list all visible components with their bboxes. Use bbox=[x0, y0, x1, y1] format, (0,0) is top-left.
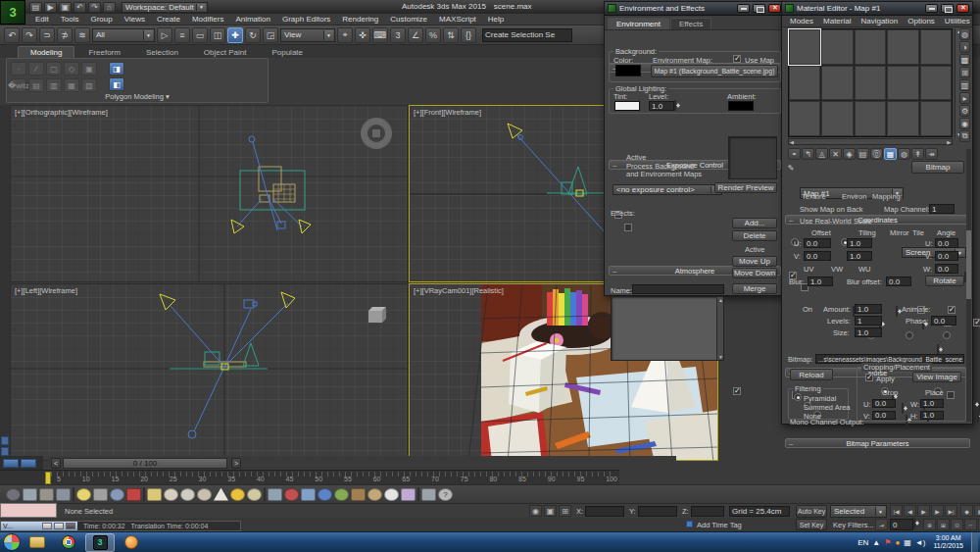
isolate-selection-icon[interactable]: ◉ bbox=[529, 505, 542, 517]
go-to-parent-icon[interactable]: ↟ bbox=[911, 148, 924, 160]
auto-key-button[interactable]: Auto Key bbox=[796, 505, 827, 518]
material-id-icon[interactable]: ⓪ bbox=[870, 148, 883, 160]
zoom-icon[interactable]: ⊕ bbox=[923, 519, 936, 530]
shelf-shell-icon[interactable] bbox=[368, 488, 382, 501]
keying-mode-icon[interactable]: ▦ bbox=[974, 505, 980, 517]
viewport-orthographic[interactable]: [+][Orthographic][Wireframe] bbox=[10, 105, 408, 282]
angle-snap-icon[interactable]: ∠ bbox=[408, 27, 423, 43]
key-selection-dropdown[interactable]: Selected bbox=[830, 505, 887, 518]
taskbar-explorer-button[interactable] bbox=[23, 533, 52, 552]
reference-coordinate-dropdown[interactable]: View bbox=[280, 28, 335, 42]
tray-expand-icon[interactable]: ▲ bbox=[872, 538, 880, 547]
selection-filter-dropdown[interactable]: All bbox=[92, 28, 155, 42]
ribbon-tab[interactable]: Selection bbox=[134, 47, 190, 58]
slots-horizontal-scrollbar[interactable] bbox=[788, 138, 953, 145]
sample-slot[interactable] bbox=[821, 29, 853, 65]
reset-map-icon[interactable]: ✕ bbox=[829, 148, 842, 160]
crop-u-field[interactable]: 0.0 bbox=[872, 399, 896, 408]
viewport-label-left[interactable]: [+][Left][Wireframe] bbox=[15, 286, 77, 295]
frame-marker[interactable] bbox=[45, 472, 51, 484]
time-slider-value[interactable]: 0 / 100 bbox=[63, 458, 227, 469]
redo-dropdown-icon[interactable]: ↷ bbox=[88, 2, 101, 13]
wu-radio[interactable] bbox=[943, 331, 951, 339]
workspace-dropdown[interactable]: Workspace: Default bbox=[122, 2, 208, 13]
toggle-scene-explorer-icon[interactable]: ◧ bbox=[109, 77, 124, 91]
show-desktop-button[interactable] bbox=[971, 532, 978, 552]
next-frame-arrow[interactable]: > bbox=[231, 458, 241, 469]
reload-button[interactable]: Reload bbox=[790, 369, 833, 380]
shelf-dome-icon[interactable] bbox=[164, 488, 178, 501]
sample-slot[interactable] bbox=[855, 29, 886, 65]
modify-mode-icon[interactable]: ▤ bbox=[28, 78, 44, 92]
select-and-move-icon[interactable]: ✚ bbox=[227, 27, 243, 43]
sample-slot[interactable] bbox=[789, 101, 820, 136]
toggle-command-panel-icon[interactable]: ◨ bbox=[109, 62, 124, 75]
background-icon[interactable]: ▩ bbox=[959, 54, 970, 66]
level-field[interactable]: 1.0 bbox=[649, 101, 674, 111]
apply-checkbox[interactable] bbox=[865, 374, 873, 381]
go-to-end-icon[interactable]: ▶| bbox=[945, 505, 957, 517]
sample-type-icon[interactable]: ◍ bbox=[959, 28, 970, 40]
rectangular-region-icon[interactable]: ▭ bbox=[192, 27, 208, 43]
shelf-white-sphere-icon[interactable] bbox=[384, 488, 399, 501]
save-file-icon[interactable]: ▣ bbox=[59, 2, 72, 13]
sample-tiling-icon[interactable]: ⊞ bbox=[959, 67, 970, 78]
sample-slot[interactable] bbox=[821, 66, 853, 101]
pick-material-eyedropper-icon[interactable]: ✎ bbox=[786, 162, 796, 174]
sample-slot[interactable] bbox=[887, 66, 918, 101]
vertex-mode-icon[interactable]: ⋅ bbox=[11, 62, 26, 75]
delete-effect-button[interactable]: Delete bbox=[732, 230, 777, 241]
selection-lock-icon[interactable]: ▣ bbox=[544, 505, 557, 517]
shelf-sphere-icon[interactable] bbox=[180, 488, 195, 501]
material-navigator-icon[interactable]: ⧉ bbox=[959, 130, 970, 142]
blur-field[interactable]: 1.0 bbox=[808, 276, 833, 286]
key-filters-button[interactable]: Key Filters... bbox=[833, 521, 874, 529]
play-animation-icon[interactable]: ▶ bbox=[917, 505, 930, 517]
video-color-check-icon[interactable]: ▥ bbox=[959, 79, 970, 91]
sample-slot[interactable] bbox=[920, 29, 952, 65]
shelf-spray-icon[interactable] bbox=[93, 488, 108, 501]
effect-name-field[interactable] bbox=[632, 284, 724, 294]
shelf-lightbulb-icon[interactable] bbox=[76, 488, 91, 501]
menu-item[interactable]: Create bbox=[151, 15, 186, 24]
close-icon[interactable] bbox=[956, 4, 969, 13]
shelf-camera-icon[interactable] bbox=[301, 488, 316, 501]
use-map-checkbox[interactable] bbox=[733, 55, 741, 63]
project-folder-icon[interactable]: ⌂ bbox=[103, 2, 116, 13]
options-icon[interactable]: ⚙ bbox=[959, 105, 970, 117]
v-tiling-field[interactable]: 1.0 bbox=[847, 251, 872, 261]
environment-map-button[interactable]: Map #1 (Background_Battle_scene.jpg) bbox=[651, 65, 778, 77]
close-icon[interactable] bbox=[66, 523, 75, 529]
shelf-help-icon[interactable]: ? bbox=[438, 488, 453, 501]
u-angle-field[interactable]: 0.0 bbox=[935, 238, 958, 248]
ribbon-tab[interactable]: Freeform bbox=[76, 47, 131, 58]
add-effect-button[interactable]: Add... bbox=[732, 218, 777, 228]
menu-item[interactable]: Views bbox=[119, 15, 151, 24]
taskbar-clock[interactable]: 3:00 AM 11/2/2015 bbox=[929, 534, 967, 550]
shelf-torus-icon[interactable] bbox=[247, 488, 262, 501]
crop-h-field[interactable]: 1.0 bbox=[920, 411, 944, 420]
pyramidal-radio[interactable] bbox=[794, 393, 802, 401]
go-forward-icon[interactable]: ↠ bbox=[925, 148, 938, 160]
taskbar-recorder-button[interactable] bbox=[117, 533, 146, 552]
shelf-box-icon[interactable] bbox=[147, 488, 162, 501]
u-offset-field[interactable]: 0.0 bbox=[804, 238, 831, 248]
tab-environment[interactable]: Environment bbox=[608, 18, 669, 29]
sample-slot[interactable] bbox=[789, 66, 820, 101]
max-logo-icon[interactable]: 3 bbox=[0, 0, 25, 25]
select-by-name-icon[interactable]: ≡ bbox=[174, 27, 190, 43]
select-and-link-icon[interactable]: ⊃ bbox=[39, 27, 55, 43]
minimize-icon[interactable] bbox=[925, 4, 938, 13]
default-in-out-tangents-icon[interactable]: ◆ bbox=[960, 505, 973, 517]
collapse-stack-icon[interactable]: �witz bbox=[11, 78, 26, 92]
viewport-label-orthographic[interactable]: [+][Orthographic][Wireframe] bbox=[15, 108, 108, 117]
shelf-table-icon[interactable] bbox=[56, 488, 71, 501]
previous-frame-arrow[interactable]: < bbox=[51, 458, 61, 469]
poly-convert-icon[interactable]: ▥ bbox=[46, 78, 62, 92]
vray-window-titlebar[interactable]: V... bbox=[1, 522, 77, 530]
shelf-plant-icon[interactable] bbox=[334, 488, 349, 501]
render-preview-button[interactable]: Render Preview bbox=[714, 182, 777, 193]
new-file-icon[interactable]: ▤ bbox=[29, 2, 42, 13]
ribbon-panel-label[interactable]: Polygon Modeling ▾ bbox=[7, 92, 268, 101]
percent-snap-icon[interactable]: % bbox=[425, 27, 441, 43]
